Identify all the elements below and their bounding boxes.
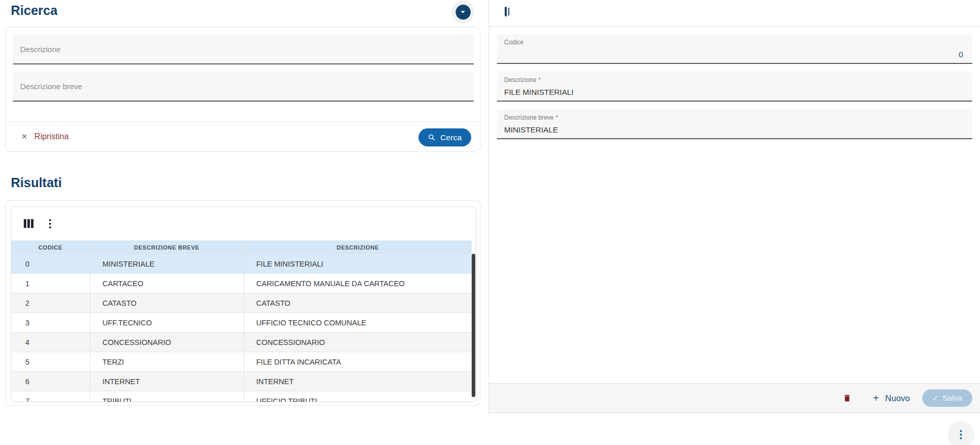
table-cell: 7 — [11, 391, 90, 403]
detail-action-bar: + Nuovo ✓ Salva — [489, 383, 980, 413]
collapse-search-button[interactable] — [452, 1, 474, 23]
cerca-button[interactable]: Cerca — [419, 128, 471, 146]
table-toolbar — [11, 207, 476, 240]
table-cell: INTERNET — [90, 372, 244, 391]
ripristina-button[interactable]: ✕ Ripristina — [21, 132, 69, 141]
search-form-card: ✕ Ripristina Cerca — [5, 27, 480, 152]
table-cell: 4 — [11, 333, 90, 352]
search-descrizione-input[interactable] — [13, 35, 474, 63]
table-row[interactable]: 3UFF.TECNICOUFFICIO TECNICO COMUNALE — [11, 313, 472, 333]
search-section-title: Ricerca — [11, 3, 57, 18]
search-descrizione-field — [13, 35, 474, 64]
table-row[interactable]: 6INTERNETINTERNET — [11, 372, 472, 391]
table-cell: CONCESSIONARIO — [244, 333, 472, 352]
table-cell: CATASTO — [244, 293, 472, 313]
table-cell: TRIBUTI — [90, 391, 244, 403]
nuovo-label: Nuovo — [885, 393, 910, 403]
floating-menu-button[interactable] — [947, 421, 974, 445]
cerca-label: Cerca — [440, 133, 461, 142]
table-cell: CARTACEO — [90, 274, 244, 293]
table-cell: 5 — [11, 352, 90, 372]
table-cell: CATASTO — [90, 293, 244, 313]
table-cell: FILE DITTA INCARICATA — [244, 352, 472, 372]
toggle-sidepanel-button[interactable] — [499, 5, 513, 18]
codice-field: Codice — [497, 34, 972, 64]
results-table: CODICE DESCRIZIONE BREVE DESCRIZIONE 0MI… — [11, 240, 472, 402]
search-descrizione-breve-input[interactable] — [13, 72, 474, 101]
plus-icon: + — [873, 393, 879, 403]
table-cell: CONCESSIONARIO — [90, 333, 244, 352]
search-descrizione-breve-field — [13, 72, 474, 102]
delete-button[interactable] — [843, 393, 852, 403]
split-view-icon — [505, 7, 507, 17]
trash-icon — [843, 393, 852, 403]
search-form-actions: ✕ Ripristina Cerca — [6, 121, 480, 151]
table-cell: 3 — [11, 313, 90, 333]
table-cell: 1 — [11, 274, 90, 293]
detail-panel-header — [489, 0, 980, 27]
search-icon — [428, 134, 436, 141]
descrizione-breve-input[interactable] — [497, 121, 972, 138]
table-cell: UFF.TECNICO — [90, 313, 244, 333]
codice-input[interactable] — [497, 45, 972, 63]
table-cell: FILE MINISTERIALI — [244, 254, 472, 274]
table-cell: INTERNET — [244, 372, 472, 391]
table-row[interactable]: 0MINISTERIALEFILE MINISTERIALI — [11, 254, 472, 274]
chevron-down-icon — [456, 5, 471, 20]
descrizione-field: Descrizione * — [497, 72, 972, 102]
table-cell: CARICAMENTO MANUALE DA CARTACEO — [244, 274, 472, 293]
codice-label: Codice — [504, 39, 523, 46]
results-card: CODICE DESCRIZIONE BREVE DESCRIZIONE 0MI… — [5, 200, 480, 406]
results-section-title: Risultati — [11, 175, 62, 190]
table-scrollbar[interactable] — [472, 254, 475, 397]
ripristina-label: Ripristina — [35, 132, 69, 141]
table-cell: TERZI — [90, 352, 244, 372]
descrizione-breve-field: Descrizione breve * — [497, 109, 972, 139]
close-icon: ✕ — [21, 132, 28, 141]
table-header-row: CODICE DESCRIZIONE BREVE DESCRIZIONE — [11, 241, 472, 254]
table-row[interactable]: 5TERZIFILE DITTA INCARICATA — [11, 352, 472, 372]
table-cell: 2 — [11, 293, 90, 313]
column-header-descrizione[interactable]: DESCRIZIONE — [244, 241, 472, 254]
columns-icon[interactable] — [24, 219, 34, 228]
table-cell: UFFICIO TECNICO COMUNALE — [244, 313, 472, 333]
table-cell: 0 — [11, 254, 90, 274]
table-cell: MINISTERIALE — [90, 254, 244, 274]
column-header-descrizione-breve[interactable]: DESCRIZIONE BREVE — [90, 241, 244, 254]
table-row[interactable]: 4CONCESSIONARIOCONCESSIONARIO — [11, 333, 472, 352]
search-results-panel: Ricerca ✕ Ripristina Cerca Ri — [0, 0, 489, 445]
salva-label: Salva — [942, 393, 962, 403]
column-header-codice[interactable]: CODICE — [11, 241, 90, 254]
results-table-container: CODICE DESCRIZIONE BREVE DESCRIZIONE 0MI… — [11, 206, 476, 402]
results-table-body: 0MINISTERIALEFILE MINISTERIALI1CARTACEOC… — [11, 254, 472, 403]
table-row[interactable]: 2CATASTOCATASTO — [11, 293, 472, 313]
table-cell: 6 — [11, 372, 90, 391]
detail-panel: Codice Descrizione * Descrizione breve *… — [489, 0, 980, 445]
table-row[interactable]: 7TRIBUTIUFFICIO TRIBUTI — [11, 391, 472, 403]
descrizione-breve-label: Descrizione breve * — [504, 114, 558, 121]
table-cell: UFFICIO TRIBUTI — [244, 391, 472, 403]
table-menu-kebab-icon[interactable] — [47, 217, 53, 230]
table-row[interactable]: 1CARTACEOCARICAMENTO MANUALE DA CARTACEO — [11, 274, 472, 293]
nuovo-button[interactable]: + Nuovo — [873, 393, 910, 403]
check-icon: ✓ — [932, 394, 938, 402]
more-options-kebab-icon — [958, 428, 964, 441]
descrizione-input[interactable] — [497, 83, 972, 101]
descrizione-label: Descrizione * — [504, 76, 541, 84]
salva-button[interactable]: ✓ Salva — [922, 389, 972, 407]
